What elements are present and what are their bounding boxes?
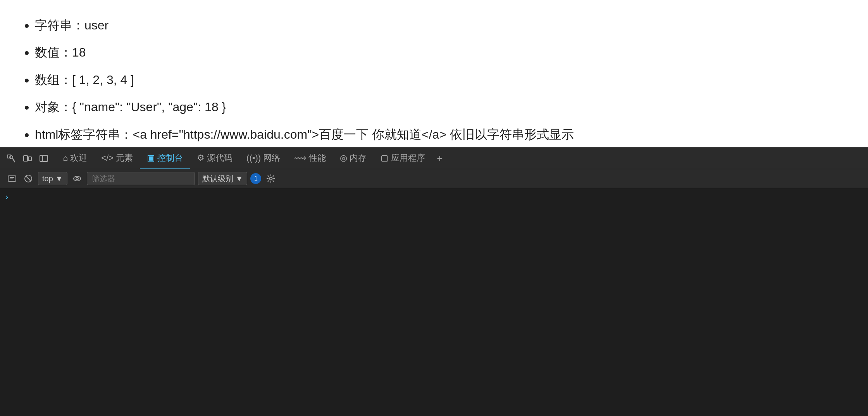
svg-point-13 [76, 177, 78, 180]
list-item-number: 数值：18 [35, 39, 849, 66]
console-prompt-icon: › [5, 192, 8, 202]
settings-button[interactable] [264, 172, 277, 185]
tab-network-label: 网络 [263, 152, 280, 164]
message-badge: 1 [250, 173, 261, 184]
tab-performance[interactable]: ⟿ 性能 [287, 148, 333, 169]
devtools-icon-buttons [4, 151, 51, 166]
context-dropdown-icon: ▼ [55, 174, 63, 183]
filter-input[interactable] [87, 172, 195, 185]
tab-performance-label: 性能 [309, 152, 326, 164]
list-item-object: 对象：{ "name": "User", "age": 18 } [35, 93, 849, 120]
tab-console[interactable]: ▣ 控制台 [140, 148, 190, 169]
svg-rect-0 [8, 155, 11, 158]
sources-icon: ⚙ [197, 153, 205, 163]
level-dropdown-icon: ▼ [236, 174, 243, 183]
list-item-html: html标签字符串：<a href="https://www.baidu.com… [35, 121, 849, 147]
page-content: 字符串：user 数值：18 数组：[ 1, 2, 3, 4 ] 对象：{ "n… [0, 0, 868, 147]
tab-memory[interactable]: ◎ 内存 [333, 148, 374, 169]
list-item-string: 字符串：user [35, 12, 849, 39]
context-selector[interactable]: top ▼ [38, 172, 67, 185]
tab-sources-label: 源代码 [207, 152, 232, 164]
clear-console-button[interactable] [5, 172, 19, 185]
tab-console-label: 控制台 [157, 152, 183, 164]
performance-icon: ⟿ [294, 153, 307, 163]
eye-icon-button[interactable] [71, 172, 84, 185]
svg-point-14 [270, 177, 272, 180]
add-tab-button[interactable]: + [432, 148, 447, 169]
tab-elements-label: 元素 [116, 152, 133, 164]
devtools-tabbar: ⌂ 欢迎 </> 元素 ▣ 控制台 ⚙ 源代码 ((•)) 网络 ⟿ 性能 ◎ … [0, 147, 868, 169]
item-label: html标签字符串：<a href="https://www.baidu.com… [35, 127, 574, 141]
tab-memory-label: 内存 [350, 152, 367, 164]
context-label: top [42, 174, 53, 183]
item-label: 对象：{ "name": "User", "age": 18 } [35, 100, 226, 114]
network-icon: ((•)) [246, 153, 261, 163]
svg-line-11 [26, 176, 31, 181]
list-item-array: 数组：[ 1, 2, 3, 4 ] [35, 66, 849, 93]
application-icon: ▢ [381, 153, 389, 163]
svg-line-1 [12, 158, 15, 162]
item-label: 数值：18 [35, 45, 86, 59]
welcome-icon: ⌂ [63, 153, 68, 163]
svg-rect-3 [24, 156, 28, 161]
tab-welcome-label: 欢迎 [70, 152, 87, 164]
console-icon: ▣ [147, 153, 155, 163]
elements-icon: </> [101, 153, 114, 163]
item-label: 数组：[ 1, 2, 3, 4 ] [35, 73, 134, 87]
disable-button[interactable] [22, 172, 35, 185]
tab-sources[interactable]: ⚙ 源代码 [190, 148, 239, 169]
tab-elements[interactable]: </> 元素 [94, 148, 140, 169]
svg-rect-5 [40, 155, 48, 162]
tab-application-label: 应用程序 [391, 152, 425, 164]
item-label: 字符串：user [35, 18, 108, 32]
tab-network[interactable]: ((•)) 网络 [239, 148, 287, 169]
device-icon[interactable] [20, 151, 35, 166]
inspect-icon[interactable] [4, 151, 19, 166]
svg-point-12 [74, 176, 81, 181]
memory-icon: ◎ [340, 153, 347, 163]
badge-count: 1 [250, 173, 261, 184]
svg-rect-4 [28, 157, 31, 161]
tab-welcome[interactable]: ⌂ 欢迎 [56, 148, 94, 169]
level-label: 默认级别 [202, 174, 233, 184]
content-list: 字符串：user 数值：18 数组：[ 1, 2, 3, 4 ] 对象：{ "n… [19, 12, 849, 147]
devtools-toolbar: top ▼ 默认级别 ▼ 1 [0, 169, 868, 188]
tab-application[interactable]: ▢ 应用程序 [374, 148, 432, 169]
sidebar-icon[interactable] [36, 151, 51, 166]
console-output: › [0, 188, 868, 416]
devtools-panel: ⌂ 欢迎 </> 元素 ▣ 控制台 ⚙ 源代码 ((•)) 网络 ⟿ 性能 ◎ … [0, 147, 868, 416]
log-level-selector[interactable]: 默认级别 ▼ [198, 172, 248, 185]
